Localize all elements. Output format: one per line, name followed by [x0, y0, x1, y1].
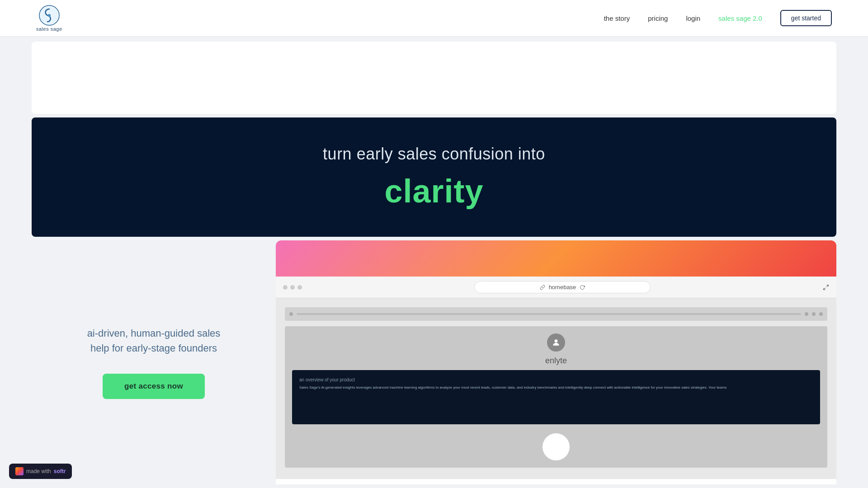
- dark-inner-body: Sales Sage's Ai-generated insights lever…: [299, 385, 813, 390]
- nav-link-pricing[interactable]: pricing: [648, 14, 668, 22]
- browser-dot-yellow: [290, 285, 295, 290]
- description-line2: help for early-stage founders: [90, 343, 217, 354]
- browser-url-bar[interactable]: homebase: [474, 281, 651, 293]
- link-icon: [540, 285, 545, 290]
- left-panel: ai-driven, human-guided sales help for e…: [32, 240, 276, 484]
- left-description: ai-driven, human-guided sales help for e…: [87, 326, 221, 356]
- toolbar-item-4: [819, 312, 823, 316]
- url-text: homebase: [549, 284, 576, 291]
- gradient-bar: [276, 240, 836, 277]
- toolbar-item-2: [805, 312, 808, 316]
- inner-toolbar: [285, 307, 827, 321]
- hero-section: turn early sales confusion into clarity: [32, 117, 836, 237]
- expand-icon: [823, 284, 829, 291]
- inner-logo: [547, 333, 565, 352]
- svg-point-1: [48, 14, 51, 17]
- dark-inner-heading: an overview of your product: [299, 377, 813, 382]
- browser-dots: [283, 285, 302, 290]
- bottom-content: ai-driven, human-guided sales help for e…: [32, 240, 836, 484]
- logo-text: sales sage: [36, 26, 62, 32]
- svg-point-4: [555, 339, 558, 343]
- browser-inner: enlyte an overview of your product Sales…: [285, 326, 827, 468]
- hero-title: clarity: [384, 173, 483, 210]
- svg-line-2: [826, 285, 828, 286]
- logo[interactable]: sales sage: [36, 5, 62, 32]
- softr-made-with: made with: [26, 468, 51, 474]
- get-started-button[interactable]: get started: [780, 10, 832, 26]
- browser-content: enlyte an overview of your product Sales…: [276, 298, 836, 479]
- inner-brand-name: enlyte: [545, 356, 567, 366]
- dark-inner-section: an overview of your product Sales Sage's…: [292, 370, 820, 424]
- browser-mockup: homebase: [276, 240, 836, 484]
- toolbar-item-3: [812, 312, 816, 316]
- navbar: sales sage the story pricing login sales…: [0, 0, 868, 36]
- browser-chrome: homebase: [276, 277, 836, 298]
- toolbar-item: [289, 312, 293, 316]
- nav-link-story[interactable]: the story: [604, 14, 630, 22]
- logo-icon: [38, 5, 60, 26]
- softr-badge-icon: [15, 467, 24, 475]
- top-white-section: [32, 42, 836, 114]
- get-access-button[interactable]: get access now: [103, 374, 205, 399]
- refresh-icon: [580, 285, 585, 290]
- description-line1: ai-driven, human-guided sales: [87, 328, 221, 339]
- softr-brand-name: softr: [54, 468, 66, 474]
- nav-links: the story pricing login sales sage 2.0 g…: [604, 10, 832, 26]
- hero-subtitle: turn early sales confusion into: [323, 145, 545, 164]
- svg-line-3: [824, 288, 826, 290]
- softr-badge[interactable]: made with softr: [9, 464, 72, 479]
- browser-dot-green: [297, 285, 302, 290]
- nav-link-login[interactable]: login: [686, 14, 700, 22]
- browser-dot-red: [283, 285, 288, 290]
- page-container: turn early sales confusion into clarity …: [0, 0, 868, 484]
- bottom-circle: [542, 433, 570, 460]
- nav-link-sales-sage-2[interactable]: sales sage 2.0: [718, 14, 762, 22]
